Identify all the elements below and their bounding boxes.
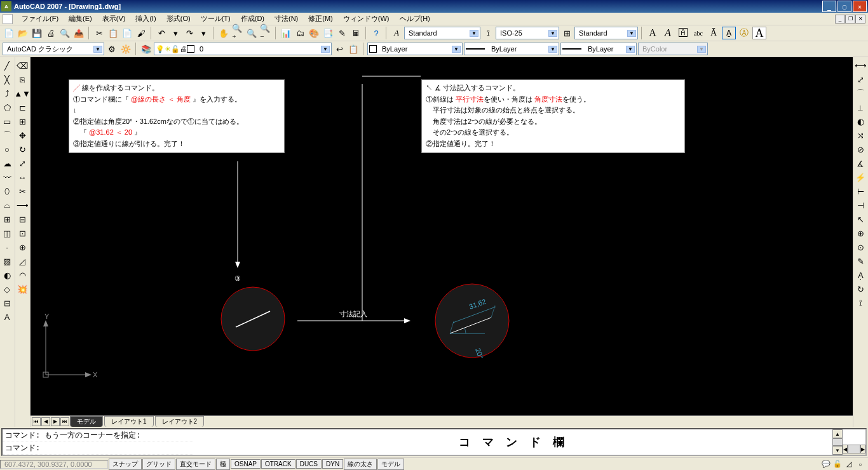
linetype-dropdown[interactable]: ByLayer▼ [464, 43, 559, 55]
command-scroll[interactable]: ▲▼ [832, 429, 843, 455]
zoom-prev-icon[interactable]: 🔍⁻ [259, 27, 272, 39]
quickcalc-icon[interactable]: 🖩 [349, 27, 362, 39]
polygon-icon[interactable]: ⬠ [0, 100, 14, 114]
menu-insert[interactable]: 挿入(I) [130, 13, 161, 25]
tray-comm-icon[interactable]: 💬 [821, 459, 831, 469]
dim-leader-icon[interactable]: ↖ [853, 212, 867, 226]
copy-icon[interactable]: 📋 [107, 27, 119, 39]
sheet-set-icon[interactable]: 📑 [322, 27, 334, 39]
tab-layout2[interactable]: レイアウト2 [155, 416, 205, 427]
text-a-frame[interactable]: Ⓐ [737, 27, 751, 39]
dim-arc-icon[interactable]: ⌒ [853, 86, 867, 100]
dim-angular-icon[interactable]: ∡ [853, 156, 867, 170]
offset-icon[interactable]: ⊏ [15, 100, 29, 114]
circle-icon[interactable]: ○ [0, 142, 14, 156]
markup-icon[interactable]: ✎ [336, 27, 348, 39]
mdi-restore[interactable]: ❐ [845, 15, 855, 24]
menu-view[interactable]: 表示(V) [97, 13, 131, 25]
properties-icon[interactable]: 📊 [280, 27, 292, 39]
spline-icon[interactable]: 〰 [0, 170, 14, 184]
match-icon[interactable]: 🖌 [135, 27, 147, 39]
dim-center-icon[interactable]: ⊙ [853, 240, 867, 254]
ellipse-arc-icon[interactable]: ⌓ [0, 198, 14, 212]
close-button[interactable]: ✕ [853, 1, 867, 12]
move-icon[interactable]: ✥ [15, 128, 29, 142]
ellipse-icon[interactable]: ⬯ [0, 184, 14, 198]
status-lwt[interactable]: 線の太さ [344, 459, 377, 470]
menu-file[interactable]: ファイル(F) [17, 13, 64, 25]
dim-baseline-icon[interactable]: ⊢ [853, 184, 867, 198]
text-a-big[interactable]: A [752, 27, 766, 39]
stretch-icon[interactable]: ↔ [15, 170, 29, 184]
dim-edit-icon[interactable]: ✎ [853, 254, 867, 268]
text-a-plain[interactable]: A [646, 27, 660, 39]
text-a-script[interactable]: 🄰 [676, 27, 690, 39]
copy-obj-icon[interactable]: ⎘ [15, 72, 29, 86]
dim-tolerance-icon[interactable]: ⊕ [853, 226, 867, 240]
menu-modify[interactable]: 修正(M) [303, 13, 338, 25]
menu-edit[interactable]: 編集(E) [64, 13, 97, 25]
layer-dropdown[interactable]: 💡☀🔓🖨 0▼ [154, 43, 332, 55]
mdi-minimize[interactable]: _ [835, 15, 845, 24]
maximize-button[interactable]: ▢ [837, 1, 851, 12]
extend-icon[interactable]: ⟶ [15, 198, 29, 212]
break-icon[interactable]: ⊡ [15, 226, 29, 240]
tab-model[interactable]: モデル [70, 416, 103, 427]
array-icon[interactable]: ⊞ [15, 114, 29, 128]
region-icon[interactable]: ◇ [0, 282, 14, 296]
dim-diameter-icon[interactable]: ⊘ [853, 142, 867, 156]
break-point-icon[interactable]: ⊟ [15, 212, 29, 226]
layer-state-icon[interactable]: 📋 [347, 43, 360, 55]
scale-icon[interactable]: ⤢ [15, 156, 29, 170]
menu-dimension[interactable]: 寸法(N) [269, 13, 303, 25]
tab-next[interactable]: ▶ [51, 417, 60, 426]
status-otrack[interactable]: OTRACK [261, 459, 295, 469]
insert-block-icon[interactable]: ⊞ [0, 212, 14, 226]
mdi-close[interactable]: ✕ [855, 15, 865, 24]
status-grid[interactable]: グリッド [142, 459, 175, 470]
dimstyle-icon[interactable]: ⟟ [482, 27, 494, 39]
tray-lock-icon[interactable]: 🔓 [832, 459, 843, 469]
dim-jogged-icon[interactable]: ⤭ [853, 128, 867, 142]
text-a-box[interactable]: A̱ [722, 27, 736, 39]
dim-continue-icon[interactable]: ⊣ [853, 198, 867, 212]
hatch-icon[interactable]: ▨ [0, 254, 14, 268]
print-icon[interactable]: 🖨 [44, 27, 57, 39]
point-icon[interactable]: · [0, 240, 14, 254]
menu-window[interactable]: ウィンドウ(W) [338, 13, 395, 25]
dim-style-dropdown[interactable]: ISO-25▼ [496, 27, 559, 39]
workspace-lock-icon[interactable]: 🔆 [119, 43, 132, 55]
xline-icon[interactable]: ╳ [0, 72, 14, 86]
pan-icon[interactable]: ✋ [217, 27, 230, 39]
status-osnap[interactable]: OSNAP [231, 459, 261, 469]
rotate-icon[interactable]: ↻ [15, 142, 29, 156]
dim-update-icon[interactable]: ↻ [853, 282, 867, 296]
new-icon[interactable]: 📄 [3, 27, 15, 39]
menu-format[interactable]: 形式(O) [161, 13, 196, 25]
layer-mgr-icon[interactable]: 📚 [140, 43, 153, 55]
open-icon[interactable]: 📂 [17, 27, 29, 39]
layer-prev-icon[interactable]: ↩ [333, 43, 346, 55]
polyline-icon[interactable]: ⤴ [0, 86, 14, 100]
design-center-icon[interactable]: 🗂 [294, 27, 306, 39]
mtext-icon[interactable]: A [0, 310, 14, 324]
textstyle-icon[interactable]: A [390, 27, 403, 39]
text-abc[interactable]: abc [691, 27, 705, 39]
status-dyn[interactable]: DYN [322, 459, 343, 469]
undo-list-icon[interactable]: ▾ [169, 27, 182, 39]
table-icon[interactable]: ⊟ [0, 296, 14, 310]
paste-icon[interactable]: 📄 [121, 27, 133, 39]
color-dropdown[interactable]: ByLayer▼ [367, 43, 463, 55]
chamfer-icon[interactable]: ◿ [15, 254, 29, 268]
dim-radius-icon[interactable]: ◐ [853, 114, 867, 128]
fillet-icon[interactable]: ◠ [15, 268, 29, 282]
tab-layout1[interactable]: レイアウト1 [104, 416, 154, 427]
tab-last[interactable]: ⏭ [60, 417, 69, 426]
save-icon[interactable]: 💾 [31, 27, 43, 39]
publish-icon[interactable]: 📤 [72, 27, 85, 39]
redo-list-icon[interactable]: ▾ [197, 27, 210, 39]
tray-clean-icon[interactable]: ▫ [855, 459, 865, 469]
dim-quick-icon[interactable]: ⚡ [853, 170, 867, 184]
cut-icon[interactable]: ✂ [93, 27, 105, 39]
tab-prev[interactable]: ◀ [41, 417, 50, 426]
